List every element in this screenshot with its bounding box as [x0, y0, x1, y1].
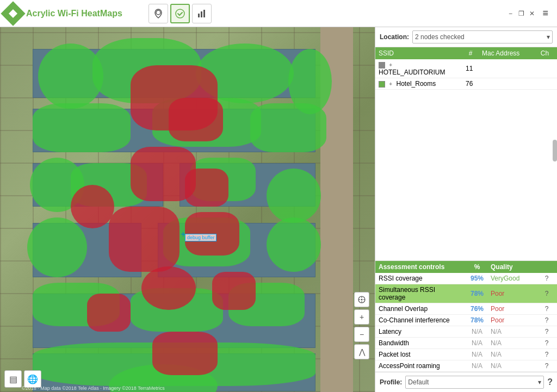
assessment-help-3[interactable]: ? — [540, 316, 554, 324]
assessment-name-7: AccessPoint roaming — [379, 362, 463, 370]
ssid-name-0: + HOTEL_AUDITORIUM — [375, 59, 462, 78]
map-copyright: ©2018 · Map data ©2018 Tele Atlas · Imag… — [22, 385, 165, 391]
debug-label: debug buffer — [185, 234, 216, 241]
panel-spacer — [375, 90, 557, 260]
assessment-help-4[interactable]: ? — [540, 328, 554, 335]
assessment-name-3: Co-Channel interference — [379, 316, 463, 324]
coverage-green-11 — [267, 169, 321, 223]
svg-rect-4 — [203, 10, 205, 17]
profile-value: Default — [408, 378, 429, 386]
ssid-scrollbar[interactable] — [553, 140, 557, 161]
map-area[interactable]: debug buffer + − ⋀ ▤ 🌐 ©2018 — [0, 27, 375, 392]
app-title: Acrylic Wi-Fi HeatMaps — [26, 9, 122, 18]
app-title-brand: HeatMaps — [81, 9, 122, 18]
assessment-quality-2: Poor — [491, 305, 540, 313]
titlebar: Acrylic Wi-Fi HeatMaps — [0, 0, 557, 27]
assessment-row-6[interactable]: Packet lost N/A N/A ? — [375, 349, 557, 360]
svg-rect-3 — [201, 11, 202, 17]
zoom-out-button[interactable]: − — [354, 327, 369, 342]
coverage-red-11 — [152, 332, 218, 375]
assessment-pct-2: 76% — [463, 305, 491, 313]
ssid-col-header: SSID — [375, 47, 462, 59]
assessment-title: Assessment controls — [379, 263, 463, 271]
assessment-help-2[interactable]: ? — [540, 305, 554, 313]
assessment-help-6[interactable]: ? — [540, 351, 554, 358]
assessment-quality-6: N/A — [491, 351, 540, 358]
assessment-name-6: Packet lost — [379, 351, 463, 358]
ssid-color-1 — [379, 81, 385, 88]
assessment-name-5: Bandwidth — [379, 339, 463, 347]
assessment-pct-1: 78% — [463, 290, 491, 297]
coverage-green-13 — [27, 217, 87, 277]
main-layout: debug buffer + − ⋀ ▤ 🌐 ©2018 — [0, 27, 557, 392]
assessment-pct-7: N/A — [463, 362, 491, 370]
ssid-mac-0 — [479, 59, 537, 78]
ssid-row-1[interactable]: + Hotel_Rooms 76 — [375, 78, 557, 90]
restore-button[interactable]: ❐ — [517, 10, 525, 17]
ssid-color-0 — [379, 62, 385, 69]
coverage-green-5 — [33, 103, 131, 152]
assessment-help-7[interactable]: ? — [540, 362, 554, 370]
coverage-red-2 — [169, 98, 223, 141]
assessment-help-5[interactable]: ? — [540, 339, 554, 347]
ch-col-header: Ch — [537, 47, 557, 59]
profile-dropdown[interactable]: Default ▾ — [405, 376, 544, 389]
assessment-quality-1: Poor — [491, 290, 540, 297]
assessment-pct-5: N/A — [463, 339, 491, 347]
assessment-row-5[interactable]: Bandwidth N/A N/A ? — [375, 338, 557, 349]
toolbar-icons — [148, 4, 212, 23]
app-title-prefix: Acrylic Wi-Fi — [26, 9, 81, 18]
profile-help-button[interactable]: ? — [547, 377, 553, 387]
assessment-row-0[interactable]: RSSI coverage 95% VeryGood ? — [375, 273, 557, 284]
expand-btn-1[interactable]: + — [389, 81, 392, 87]
coverage-red-4 — [185, 169, 228, 207]
assessment-pct-4: N/A — [463, 328, 491, 335]
svg-point-1 — [176, 9, 184, 18]
coverage-red-9 — [212, 272, 256, 310]
ssid-table: SSID # Mac Address Ch + HOTEL_AUDITORIUM… — [375, 47, 557, 90]
assessment-quality-3: Poor — [491, 316, 540, 324]
location-dropdown[interactable]: 2 nodes checked ▾ — [412, 30, 553, 43]
assessment-help-col — [540, 263, 554, 271]
assessment-row-2[interactable]: Channel Overlap 76% Poor ? — [375, 303, 557, 315]
assessment-quality-0: VeryGood — [491, 275, 540, 282]
coverage-red-8 — [141, 266, 196, 310]
assessment-name-2: Channel Overlap — [379, 305, 463, 313]
compass-button[interactable] — [354, 292, 369, 307]
assessment-section: Assessment controls % Quality RSSI cover… — [375, 260, 557, 372]
ssid-count-0: 11 — [462, 59, 479, 78]
svg-point-0 — [156, 10, 160, 15]
assessment-help-0[interactable]: ? — [540, 275, 554, 282]
profile-label: Profile: — [380, 378, 402, 386]
svg-rect-2 — [198, 14, 200, 17]
assessment-row-4[interactable]: Latency N/A N/A ? — [375, 326, 557, 338]
minimize-button[interactable]: − — [506, 10, 514, 17]
svg-point-6 — [361, 299, 363, 301]
menu-button[interactable]: ≡ — [539, 8, 552, 19]
zoom-in-button[interactable]: + — [354, 309, 369, 325]
assessment-help-1[interactable]: ? — [540, 290, 554, 297]
map-controls: + − ⋀ — [354, 292, 369, 359]
ssid-mac-1 — [479, 78, 537, 90]
assessment-quality-4: N/A — [491, 328, 540, 335]
chevron-up-button[interactable]: ⋀ — [354, 344, 369, 359]
expand-btn-0[interactable]: + — [389, 62, 392, 68]
assessment-quality-5: N/A — [491, 339, 540, 347]
coverage-red-10 — [87, 294, 131, 332]
profile-dropdown-arrow: ▾ — [538, 378, 541, 386]
location-bar: Location: 2 nodes checked ▾ — [375, 27, 557, 47]
app-logo — [1, 1, 25, 26]
chart-bar-btn[interactable] — [192, 4, 212, 23]
coverage-red-6 — [109, 207, 180, 272]
assessment-row-3[interactable]: Co-Channel interference 78% Poor ? — [375, 315, 557, 326]
mac-col-header: Mac Address — [479, 47, 537, 59]
assessment-row-7[interactable]: AccessPoint roaming N/A N/A ? — [375, 360, 557, 372]
layers-button[interactable]: ▤ — [4, 370, 22, 388]
close-button[interactable]: ✕ — [528, 10, 536, 17]
app-logo-inner — [9, 9, 17, 18]
location-pin-btn[interactable] — [148, 4, 168, 23]
assessment-row-1[interactable]: Simultaneous RSSI coverage 78% Poor ? — [375, 284, 557, 303]
badge-check-btn[interactable] — [170, 4, 190, 23]
ssid-count-1: 76 — [462, 78, 479, 90]
ssid-row-0[interactable]: + HOTEL_AUDITORIUM 11 — [375, 59, 557, 78]
